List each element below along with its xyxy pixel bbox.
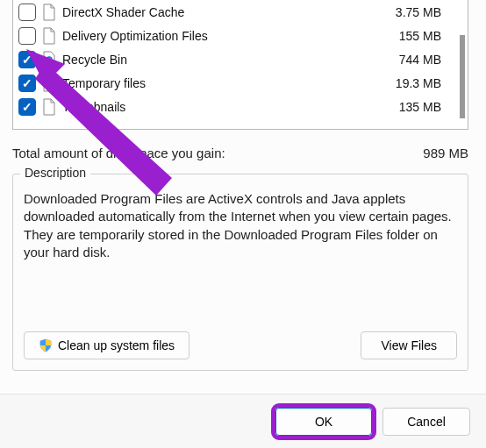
- description-body: Downloaded Program Files are ActiveX con…: [13, 174, 468, 270]
- cancel-label: Cancel: [407, 415, 446, 429]
- shield-icon: [39, 338, 53, 352]
- page-icon: [41, 75, 57, 92]
- view-files-button[interactable]: View Files: [361, 331, 457, 359]
- list-item[interactable]: Recycle Bin 744 MB: [13, 47, 468, 71]
- ok-button[interactable]: OK: [275, 408, 372, 436]
- cleanup-system-files-button[interactable]: Clean up system files: [24, 331, 189, 359]
- item-label: Recycle Bin: [62, 53, 380, 67]
- item-label: Thumbnails: [62, 100, 380, 114]
- disk-cleanup-panel: DirectX Shader Cache 3.75 MB Delivery Op…: [0, 0, 486, 448]
- description-legend: Description: [20, 166, 90, 180]
- item-size: 3.75 MB: [380, 5, 450, 19]
- item-label: DirectX Shader Cache: [62, 5, 380, 19]
- ok-label: OK: [315, 415, 332, 429]
- list-item[interactable]: Thumbnails 135 MB: [13, 95, 468, 118]
- page-icon: [41, 27, 57, 45]
- dialog-button-bar: OK Cancel: [0, 394, 486, 448]
- page-icon: [41, 4, 57, 21]
- page-icon: [41, 98, 57, 116]
- item-size: 135 MB: [380, 100, 450, 114]
- view-label: View Files: [381, 338, 437, 352]
- checkbox[interactable]: [18, 27, 36, 45]
- cancel-button[interactable]: Cancel: [382, 408, 470, 436]
- cleanup-label: Clean up system files: [58, 338, 175, 352]
- list-item[interactable]: DirectX Shader Cache 3.75 MB: [13, 0, 468, 24]
- total-space-line: Total amount of disk space you gain: 989…: [12, 146, 468, 160]
- description-group: Description Downloaded Program Files are…: [12, 174, 468, 371]
- checkbox[interactable]: [18, 51, 36, 68]
- item-label: Temporary files: [62, 76, 380, 90]
- item-size: 155 MB: [380, 29, 450, 43]
- total-label: Total amount of disk space you gain:: [12, 146, 225, 160]
- scrollbar-thumb[interactable]: [460, 35, 465, 118]
- total-value: 989 MB: [423, 146, 468, 160]
- item-size: 19.3 MB: [380, 76, 450, 90]
- checkbox[interactable]: [18, 4, 36, 21]
- list-item[interactable]: Temporary files 19.3 MB: [13, 71, 468, 95]
- item-size: 744 MB: [380, 53, 450, 67]
- file-list: DirectX Shader Cache 3.75 MB Delivery Op…: [12, 0, 468, 130]
- checkbox[interactable]: [18, 75, 36, 92]
- checkbox[interactable]: [18, 98, 36, 116]
- recycle-bin-icon: [41, 51, 57, 68]
- list-item[interactable]: Delivery Optimization Files 155 MB: [13, 24, 468, 47]
- item-label: Delivery Optimization Files: [62, 29, 380, 43]
